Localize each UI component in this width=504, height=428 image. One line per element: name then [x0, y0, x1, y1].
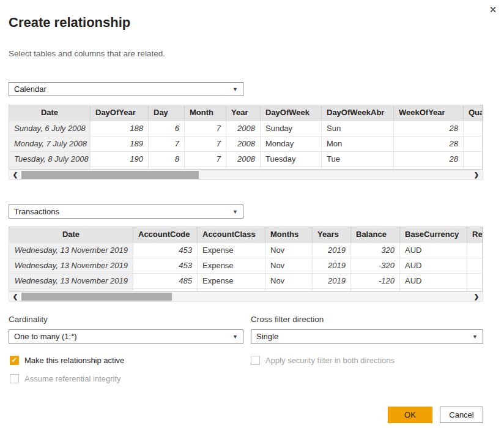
scroll-left-icon[interactable]: ❮: [9, 292, 21, 301]
scrollbar-thumb[interactable]: [21, 293, 172, 301]
table-cell[interactable]: 453: [133, 243, 198, 258]
table-cell[interactable]: 190: [91, 152, 149, 167]
table-cell[interactable]: 2008: [226, 121, 261, 136]
column-header[interactable]: AccountCode: [133, 227, 198, 242]
scrollbar-track[interactable]: [21, 292, 470, 301]
column-header[interactable]: WeekOfYear: [394, 105, 464, 121]
table-cell[interactable]: Sunday, 6 July 2008: [9, 121, 91, 136]
table-cell[interactable]: 6: [149, 121, 185, 136]
table-cell[interactable]: 2019: [313, 274, 351, 288]
scrollbar-track[interactable]: [21, 170, 470, 179]
table-cell[interactable]: Wednesday, 13 November 2019: [9, 274, 133, 288]
column-header[interactable]: Date: [9, 227, 133, 242]
table-cell[interactable]: 7: [185, 121, 226, 136]
table-cell[interactable]: Nov: [265, 274, 313, 288]
column-header[interactable]: Day: [149, 105, 185, 121]
cardinality-select[interactable]: One to many (1:*) ▼: [9, 329, 243, 344]
calendar-horizontal-scrollbar[interactable]: ❮ ❯: [9, 170, 483, 180]
table-cell[interactable]: AUD: [400, 243, 467, 258]
table-cell[interactable]: Sunday: [261, 121, 322, 136]
table-cell[interactable]: [464, 137, 483, 151]
cross-filter-direction-select[interactable]: Single ▼: [251, 329, 483, 344]
cross-filter-value: Single: [256, 332, 278, 341]
table-select-calendar[interactable]: Calendar ▼: [9, 82, 243, 96]
dialog-title: Create relationship: [9, 15, 130, 31]
scrollbar-thumb[interactable]: [21, 171, 199, 179]
chevron-down-icon: ▼: [232, 209, 238, 215]
table-cell[interactable]: 28: [394, 137, 464, 151]
table-cell[interactable]: 28: [394, 121, 464, 136]
table-cell[interactable]: 188: [91, 121, 149, 136]
table-cell[interactable]: 485: [133, 274, 198, 288]
table-cell[interactable]: [464, 152, 483, 167]
table-select-transactions[interactable]: Transactions ▼: [9, 205, 243, 219]
table-cell[interactable]: Tuesday: [261, 152, 322, 167]
apply-security-filter-label: Apply security filter in both directions: [265, 356, 395, 365]
column-header[interactable]: Quarter: [464, 105, 483, 121]
table-cell[interactable]: Tue: [322, 152, 394, 167]
table-cell[interactable]: Nov: [265, 243, 313, 258]
column-header[interactable]: Reference: [467, 227, 483, 242]
table-cell[interactable]: AUD: [400, 258, 467, 273]
table-cell[interactable]: 8: [149, 152, 185, 167]
column-header[interactable]: Balance: [351, 227, 400, 242]
table-cell[interactable]: 2008: [226, 152, 261, 167]
table-row: Wednesday, 13 November 2019485ExpenseNov…: [9, 273, 483, 288]
table-cell[interactable]: Wednesday, 13 November 2019: [9, 243, 133, 258]
table-cell[interactable]: Expense: [198, 243, 265, 258]
table-cell[interactable]: 320: [351, 243, 400, 258]
column-header[interactable]: DayOfWeekAbr: [322, 105, 394, 121]
table-cell[interactable]: [464, 121, 483, 136]
column-header[interactable]: AccountClass: [198, 227, 265, 242]
ok-button[interactable]: OK: [388, 407, 432, 423]
table-cell[interactable]: 2019: [313, 243, 351, 258]
table-cell[interactable]: [467, 274, 483, 288]
table-cell[interactable]: Tuesday, 8 July 2008: [9, 152, 91, 167]
table-cell[interactable]: 28: [394, 152, 464, 167]
table-cell[interactable]: Sun: [322, 121, 394, 136]
table-cell[interactable]: [467, 243, 483, 258]
table-select-transactions-value: Transactions: [14, 207, 59, 216]
transactions-horizontal-scrollbar[interactable]: ❮ ❯: [9, 291, 483, 302]
table-cell[interactable]: Mon: [322, 137, 394, 151]
close-icon[interactable]: ✕: [487, 4, 499, 16]
column-header[interactable]: Month: [185, 105, 226, 121]
calendar-preview-table: DateDayOfYearDayMonthYearDayOfWeekDayOfW…: [9, 105, 483, 170]
column-header[interactable]: Year: [226, 105, 261, 121]
column-header[interactable]: Months: [265, 227, 313, 242]
table-row: Monday, 7 July 2008189772008MondayMon28: [9, 136, 483, 151]
table-cell[interactable]: 189: [91, 137, 149, 151]
table-cell[interactable]: Monday: [261, 137, 322, 151]
make-relationship-active-checkbox[interactable]: ✓ Make this relationship active: [10, 356, 124, 365]
table-cell[interactable]: Expense: [198, 258, 265, 273]
table-cell[interactable]: 7: [185, 152, 226, 167]
cancel-button[interactable]: Cancel: [440, 407, 483, 423]
table-cell[interactable]: 453: [133, 258, 198, 273]
table-cell[interactable]: Wednesday, 13 November 2019: [9, 258, 133, 273]
column-header[interactable]: Date: [9, 105, 91, 121]
table-cell: [198, 289, 265, 291]
table-cell[interactable]: -320: [351, 258, 400, 273]
scroll-left-icon[interactable]: ❮: [9, 170, 21, 179]
scroll-right-icon[interactable]: ❯: [470, 292, 483, 301]
table-cell: [464, 167, 483, 169]
column-header[interactable]: BaseCurrency: [400, 227, 467, 242]
table-row: Sunday, 6 July 2008188672008SundaySun28: [9, 121, 483, 136]
table-cell[interactable]: 2019: [313, 258, 351, 273]
scroll-right-icon[interactable]: ❯: [470, 170, 483, 179]
table-cell[interactable]: Nov: [265, 258, 313, 273]
table-cell: [185, 167, 226, 169]
column-header[interactable]: DayOfYear: [91, 105, 149, 121]
table-cell[interactable]: -120: [351, 274, 400, 288]
table-cell[interactable]: 7: [185, 137, 226, 151]
table-cell[interactable]: Expense: [198, 274, 265, 288]
column-header[interactable]: DayOfWeek: [261, 105, 322, 121]
column-header[interactable]: Years: [313, 227, 351, 242]
table-cell[interactable]: AUD: [400, 274, 467, 288]
table-cell[interactable]: Monday, 7 July 2008: [9, 137, 91, 151]
cross-filter-direction-label: Cross filter direction: [251, 315, 324, 324]
table-cell[interactable]: 7: [149, 137, 185, 151]
checkbox-unchecked-icon: [10, 374, 19, 383]
table-cell[interactable]: 2008: [226, 137, 261, 151]
table-cell[interactable]: [467, 258, 483, 273]
